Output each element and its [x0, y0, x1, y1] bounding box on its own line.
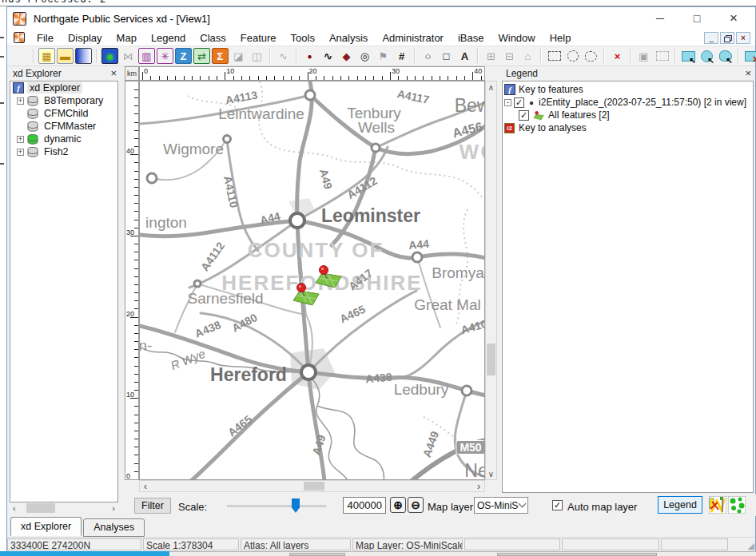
export-chart-icon: ◫: [249, 48, 265, 64]
tab-xd-explorer[interactable]: xd Explorer: [10, 517, 82, 536]
map-area: km 010203040 403020100: [125, 66, 498, 493]
zoom-in-button[interactable]: ⊕: [390, 497, 406, 513]
scroll-thumb[interactable]: [487, 344, 495, 375]
menu-legend[interactable]: Legend: [144, 30, 193, 46]
menu-administrator[interactable]: Administrator: [375, 30, 451, 46]
resize-grip[interactable]: ◢: [748, 541, 755, 551]
explorer-panel-title: xd Explorer: [13, 68, 62, 79]
map-overview-icon[interactable]: ◉: [101, 48, 118, 64]
menu-class[interactable]: Class: [193, 30, 233, 46]
rect-shape-icon[interactable]: □: [438, 48, 455, 64]
expand-icon[interactable]: +: [17, 136, 24, 143]
app-window: Northgate Public Services xd - [View1] ─…: [6, 6, 756, 551]
menu-ibase[interactable]: iBase: [451, 30, 491, 46]
flag-tool-icon[interactable]: ⚑: [375, 48, 392, 64]
explorer-hscrollbar[interactable]: ‹ ›: [10, 502, 117, 514]
map-pin-marker[interactable]: [312, 264, 344, 289]
scroll-right-icon[interactable]: ›: [473, 481, 484, 491]
mdi-restore-button[interactable]: [720, 32, 734, 44]
tree-item-cfmchild[interactable]: CFMChild: [10, 107, 117, 120]
menu-help[interactable]: Help: [543, 30, 579, 46]
scroll-up-icon[interactable]: ∧: [486, 81, 496, 93]
map-layer-dropdown[interactable]: OS-MiniScale-Grey: [474, 497, 528, 514]
scroll-thumb[interactable]: [304, 482, 324, 490]
scroll-thumb[interactable]: [26, 503, 55, 513]
select-circle-icon[interactable]: [564, 48, 581, 64]
database-icon: [27, 134, 38, 145]
auto-map-layer-checkbox[interactable]: ✓: [552, 500, 563, 510]
grid-tool-icon[interactable]: #: [393, 48, 410, 64]
mdi-minimize-button[interactable]: _: [704, 32, 718, 44]
select-rect-icon[interactable]: [546, 48, 563, 64]
polygon-tool-icon[interactable]: ◆: [338, 48, 355, 64]
tree-item-dynamic[interactable]: +dynamic: [10, 133, 117, 145]
circle-shape-icon[interactable]: ○: [420, 48, 436, 64]
tree-item-root[interactable]: fxd Explorer: [10, 81, 117, 94]
collapse-icon[interactable]: -: [504, 99, 511, 106]
sum-icon[interactable]: Σ: [212, 48, 229, 64]
scale-slider[interactable]: [227, 505, 326, 507]
menu-analysis[interactable]: Analysis: [322, 30, 375, 46]
scale-label: Scale:: [178, 501, 207, 513]
map-label: n-: [139, 337, 152, 355]
menu-file[interactable]: File: [30, 30, 61, 46]
menu-window[interactable]: Window: [491, 30, 542, 46]
map-viewport[interactable]: A4113LeintwardineTenburyWellsA4117BewA45…: [139, 81, 485, 480]
expand-icon[interactable]: +: [17, 149, 24, 156]
minimize-button[interactable]: ─: [642, 7, 678, 30]
scroll-right-icon[interactable]: ›: [112, 503, 115, 513]
rings-tool-icon[interactable]: ◎: [356, 48, 373, 64]
tree-item-fish2[interactable]: +Fish2: [10, 145, 117, 158]
menu-tools[interactable]: Tools: [284, 30, 322, 46]
status-bar: 333400E 274200NScale 1:378304Atlas: All …: [7, 537, 755, 551]
filter-button[interactable]: Filter: [134, 498, 171, 514]
mdi-close-button[interactable]: ×: [736, 32, 750, 44]
expand-icon[interactable]: +: [17, 97, 24, 105]
spatial-select-polygon-icon[interactable]: [717, 48, 734, 64]
legend-row[interactable]: ✓All features [2]: [503, 109, 753, 121]
link-chart-green-icon[interactable]: ⇄: [193, 48, 210, 64]
legend-row[interactable]: fKey to features: [503, 83, 753, 96]
measure-area-icon[interactable]: ▦: [38, 48, 55, 64]
maximize-button[interactable]: □: [678, 7, 715, 30]
map-vscrollbar[interactable]: ∧ ∨: [485, 81, 497, 480]
bar-chart-icon[interactable]: ▥: [138, 48, 155, 64]
link-chart-blue-icon[interactable]: Z: [175, 48, 192, 64]
legend-button[interactable]: Legend: [658, 496, 702, 514]
menu-display[interactable]: Display: [61, 30, 109, 46]
zoom-out-button[interactable]: ⊖: [408, 497, 424, 513]
map-label: Ne: [464, 460, 485, 481]
polyline-tool-icon[interactable]: ∿: [320, 48, 336, 64]
spatial-select-rect-icon[interactable]: [680, 48, 697, 64]
explorer-close-icon[interactable]: ×: [110, 70, 117, 77]
menu-map[interactable]: Map: [109, 30, 144, 46]
legend-checkbox[interactable]: ✓: [519, 110, 529, 121]
tree-item-b8temporary[interactable]: +B8Temporary: [10, 94, 117, 107]
legend-row[interactable]: i2Key to analyses: [503, 121, 753, 134]
wheel-chart-icon[interactable]: ✳: [157, 48, 173, 64]
scale-value-input[interactable]: 400000: [343, 497, 386, 514]
map-hscrollbar[interactable]: ‹ ›: [139, 480, 485, 492]
close-button[interactable]: ×: [715, 7, 752, 30]
clear-selection-icon[interactable]: ×: [609, 48, 626, 64]
tab-analyses[interactable]: Analyses: [83, 518, 145, 537]
menu-feature[interactable]: Feature: [233, 30, 284, 46]
ruler-icon[interactable]: ▬: [57, 48, 74, 64]
spatial-deselect-icon[interactable]: [743, 48, 756, 64]
spatial-select-circle-icon[interactable]: [698, 48, 715, 64]
slider-thumb[interactable]: [292, 498, 300, 513]
route-map-icon[interactable]: [709, 496, 726, 514]
scroll-down-icon[interactable]: ∨: [486, 468, 496, 479]
tree-item-cfmmaster[interactable]: CFMMaster: [10, 120, 117, 133]
text-tool-icon[interactable]: A: [456, 48, 473, 64]
gradient-icon[interactable]: [75, 48, 92, 64]
scroll-left-icon[interactable]: ‹: [140, 481, 151, 491]
scroll-left-icon[interactable]: ‹: [13, 503, 16, 513]
select-polygon-icon[interactable]: [583, 48, 599, 64]
legend-row[interactable]: -✓●i2Entity_place_(2023-07-25_11:57:50) …: [503, 96, 753, 109]
explorer-tree: fxd Explorer+B8TemporaryCFMChildCFMMaste…: [10, 81, 118, 502]
legend-checkbox[interactable]: ✓: [514, 97, 524, 108]
point-tool-icon[interactable]: ●: [301, 48, 318, 64]
cluster-points-icon[interactable]: [728, 496, 746, 514]
legend-close-icon[interactable]: ×: [745, 70, 751, 77]
